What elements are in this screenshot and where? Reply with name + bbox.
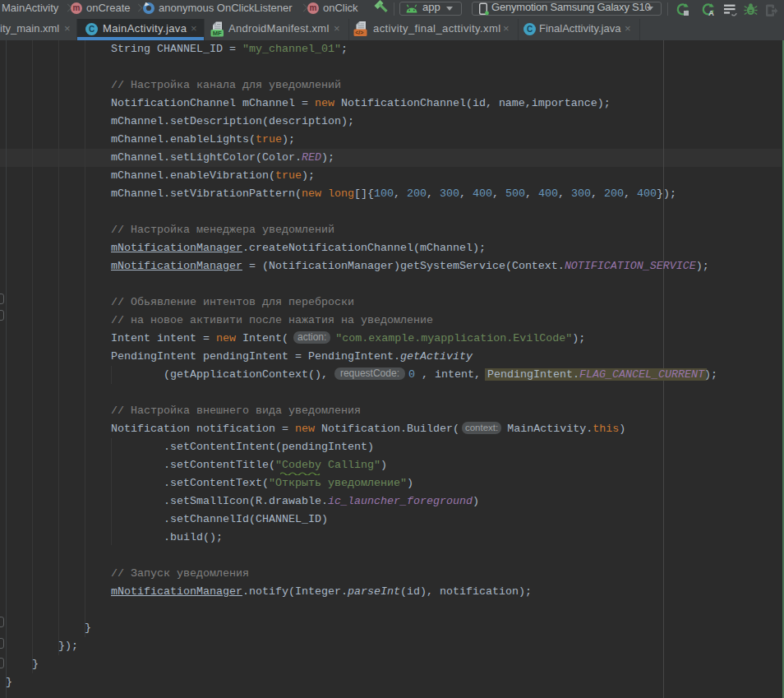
svg-text:A: A (708, 8, 714, 16)
svg-text:MF: MF (213, 30, 222, 37)
svg-text:</>: </> (355, 30, 363, 35)
